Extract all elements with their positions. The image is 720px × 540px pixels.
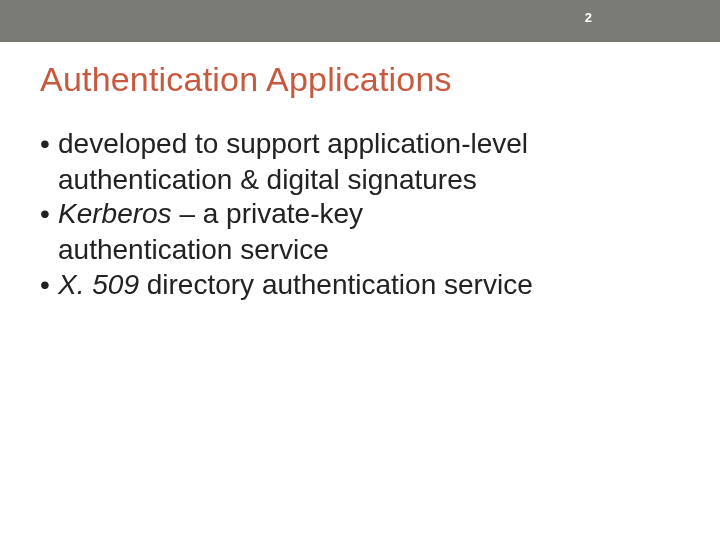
bullet-text: authentication & digital signatures <box>58 164 477 195</box>
slide-content: Authentication Applications developed to… <box>0 42 720 302</box>
bullet-text: directory authentication service <box>139 269 533 300</box>
bullet-list: developed to support application-level a… <box>40 127 680 302</box>
bullet-text: authentication service <box>58 234 329 265</box>
slide-title: Authentication Applications <box>40 60 680 99</box>
bullet-text-emph: Kerberos <box>58 198 172 229</box>
page-number: 2 <box>585 10 592 25</box>
bullet-continuation: authentication & digital signatures <box>40 163 680 197</box>
bullet-text: developed to support application-level <box>58 128 528 159</box>
bullet-text-emph: X. 509 <box>58 269 139 300</box>
header-bar: 2 <box>0 0 720 42</box>
bullet-continuation: authentication service <box>40 233 680 267</box>
bullet-text: – a private-key <box>172 198 363 229</box>
bullet-item: developed to support application-level <box>40 127 680 161</box>
bullet-item: Kerberos – a private-key <box>40 197 680 231</box>
bullet-item: X. 509 directory authentication service <box>40 268 680 302</box>
